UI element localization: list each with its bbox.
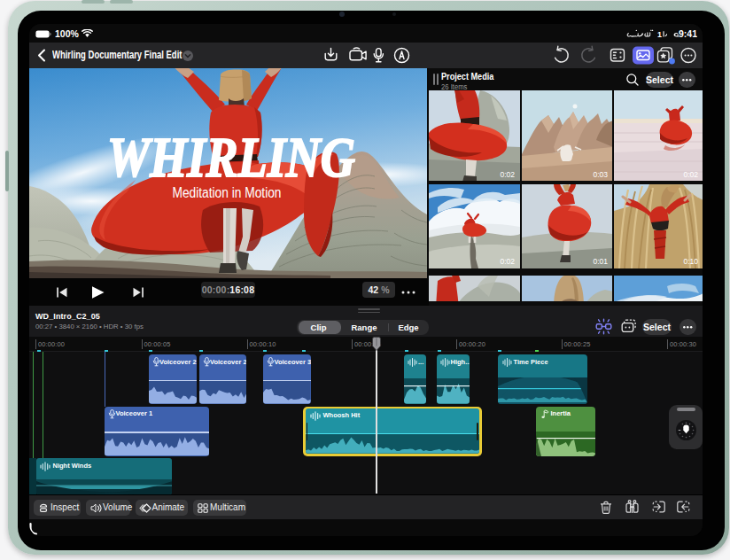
svg-text:WHIRLING: WHIRLING — [107, 126, 355, 189]
svg-text:9:41: 9:41 — [679, 28, 697, 39]
svg-text:Meditation in Motion: Meditation in Motion — [173, 185, 282, 200]
svg-text:0:02: 0:02 — [683, 170, 698, 179]
svg-text:1: 1 — [657, 30, 662, 39]
svg-text:0:02: 0:02 — [500, 257, 515, 266]
svg-text:0:03: 0:03 — [593, 170, 608, 179]
svg-text:0:10: 0:10 — [683, 257, 698, 266]
svg-text:0:02: 0:02 — [500, 170, 515, 179]
svg-text:0:01: 0:01 — [593, 257, 608, 266]
